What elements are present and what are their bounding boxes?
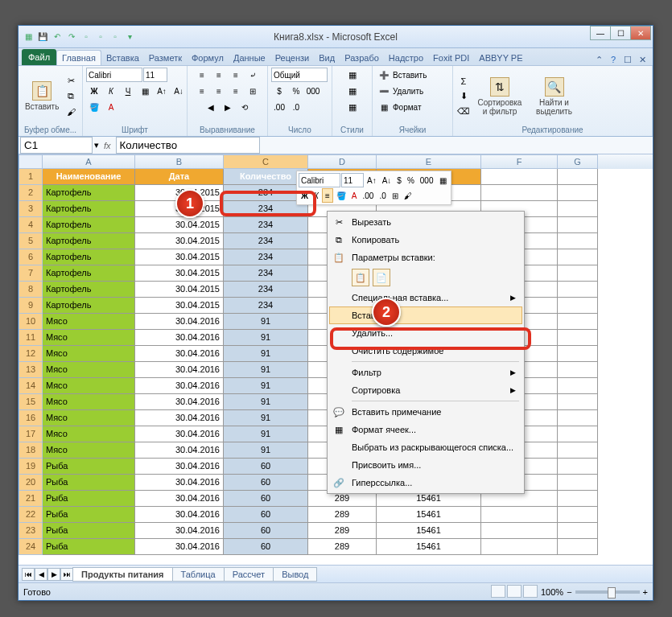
cut-icon[interactable]: ✂: [64, 74, 78, 88]
cell[interactable]: Мясо: [43, 426, 135, 442]
number-format-select[interactable]: [271, 68, 328, 82]
cell[interactable]: Картофель: [43, 233, 135, 249]
cell[interactable]: 30.04.2015: [135, 233, 224, 249]
cell[interactable]: [558, 394, 598, 410]
sheet-tab-4[interactable]: Вывод: [273, 567, 317, 582]
tab-nav-last-icon[interactable]: ⏭: [60, 568, 73, 581]
cell[interactable]: 30.04.2016: [135, 426, 224, 442]
cell[interactable]: Мясо: [43, 442, 135, 459]
tab-nav-next-icon[interactable]: ▶: [47, 568, 60, 581]
cell[interactable]: 234: [224, 249, 308, 265]
cell[interactable]: 30.04.2016: [135, 442, 224, 459]
tab-review[interactable]: Рецензи: [270, 51, 315, 65]
ctx-sort[interactable]: Сортировка▶: [329, 381, 522, 399]
cell[interactable]: 60: [224, 475, 308, 491]
minimize-ribbon-icon[interactable]: ⌃: [593, 54, 604, 65]
zoom-out-icon[interactable]: −: [567, 587, 571, 597]
row-header[interactable]: 22: [19, 507, 43, 523]
cell[interactable]: 30.04.2016: [135, 475, 224, 491]
select-all-corner[interactable]: [19, 154, 43, 169]
cell[interactable]: Рыба: [43, 523, 135, 539]
cell[interactable]: [558, 459, 598, 475]
delete-cells-icon[interactable]: ➖: [376, 84, 392, 98]
cell[interactable]: 30.04.2015: [135, 282, 224, 298]
tab-foxit[interactable]: Foxit PDI: [428, 51, 474, 65]
align-middle-icon[interactable]: ≡: [211, 68, 227, 82]
cell[interactable]: [558, 185, 598, 201]
ctx-copy[interactable]: ⧉Копировать: [329, 231, 522, 249]
cell[interactable]: 30.04.2016: [135, 507, 224, 523]
cell[interactable]: 30.04.2016: [135, 346, 224, 362]
row-header[interactable]: 5: [19, 233, 43, 249]
cell[interactable]: Картофель: [43, 185, 135, 201]
cell[interactable]: Рыба: [43, 507, 135, 523]
mini-currency-icon[interactable]: $: [394, 173, 404, 187]
mini-percent-icon[interactable]: %: [405, 173, 417, 187]
row-header[interactable]: 6: [19, 249, 43, 265]
col-header-e[interactable]: E: [377, 154, 481, 169]
mini-align-icon[interactable]: ≡: [322, 188, 333, 203]
cell[interactable]: [558, 346, 598, 362]
cell[interactable]: [558, 475, 598, 491]
close-workbook-icon[interactable]: ✕: [637, 54, 648, 65]
cell[interactable]: 30.04.2015: [135, 298, 224, 314]
fill-color-icon[interactable]: 🪣: [86, 100, 102, 114]
col-header-c[interactable]: C: [224, 154, 308, 169]
mini-border-icon[interactable]: ▦: [437, 173, 449, 187]
percent-icon[interactable]: %: [288, 84, 304, 98]
cell[interactable]: [558, 314, 598, 330]
tab-abbyy[interactable]: ABBYY PE: [474, 51, 527, 65]
mini-dec-decimal-icon[interactable]: .0: [377, 188, 388, 203]
ctx-define-name[interactable]: Присвоить имя...: [329, 456, 522, 474]
tab-nav-first-icon[interactable]: ⏮: [22, 568, 35, 581]
row-header[interactable]: 8: [19, 282, 43, 298]
maximize-button[interactable]: ☐: [610, 26, 631, 40]
ctx-cut[interactable]: ✂Вырезать: [329, 213, 522, 231]
mini-comma-icon[interactable]: 000: [418, 173, 436, 187]
tab-view[interactable]: Вид: [314, 51, 340, 65]
cell[interactable]: [481, 185, 558, 201]
paste-option-1-icon[interactable]: 📋: [352, 269, 369, 286]
col-header-f[interactable]: F: [481, 154, 558, 169]
cell[interactable]: 60: [224, 491, 308, 507]
find-select-button[interactable]: 🔍 Найти и выделить: [529, 76, 579, 117]
cell[interactable]: Мясо: [43, 314, 135, 330]
increase-font-icon[interactable]: A↑: [154, 84, 170, 98]
tab-dev[interactable]: Разрабо: [340, 51, 384, 65]
cell[interactable]: [558, 507, 598, 523]
table-header[interactable]: Дата: [135, 169, 224, 185]
font-color-icon[interactable]: A: [103, 100, 119, 114]
increase-decimal-icon[interactable]: .00: [271, 100, 287, 114]
merge-icon[interactable]: ⊞: [245, 84, 261, 98]
mini-font-name[interactable]: [299, 173, 340, 187]
ctx-insert[interactable]: Вставить...: [329, 306, 522, 324]
cell[interactable]: Картофель: [43, 249, 135, 265]
tab-layout[interactable]: Разметк: [144, 51, 187, 65]
cell[interactable]: [558, 330, 598, 346]
cell[interactable]: 60: [224, 507, 308, 523]
orientation-icon[interactable]: ⟲: [237, 100, 253, 114]
row-header[interactable]: 20: [19, 475, 43, 491]
align-center-icon[interactable]: ≡: [211, 84, 227, 98]
qat-icon[interactable]: ▫: [109, 31, 122, 43]
border-icon[interactable]: ▦: [137, 84, 153, 98]
align-left-icon[interactable]: ≡: [194, 84, 210, 98]
cell[interactable]: [481, 539, 558, 555]
row-header[interactable]: 18: [19, 442, 43, 459]
cell[interactable]: 15461: [377, 539, 481, 555]
cell[interactable]: [558, 378, 598, 394]
cell[interactable]: 60: [224, 539, 308, 555]
cell-styles-icon[interactable]: ▦: [344, 100, 361, 114]
cell[interactable]: [558, 426, 598, 442]
mini-shrink-font-icon[interactable]: A↓: [380, 173, 394, 187]
font-name-select[interactable]: [86, 68, 142, 82]
mini-merge-icon[interactable]: ⊞: [390, 188, 401, 203]
cell[interactable]: [558, 539, 598, 555]
mini-format-painter-icon[interactable]: 🖌: [402, 188, 414, 203]
cell[interactable]: Картофель: [43, 282, 135, 298]
mini-font-color-icon[interactable]: A: [349, 188, 360, 203]
sort-filter-button[interactable]: ⇅ Сортировка и фильтр: [472, 76, 527, 117]
sheet-tab-3[interactable]: Рассчет: [224, 567, 274, 582]
cell[interactable]: 91: [224, 330, 308, 346]
cell[interactable]: 60: [224, 459, 308, 475]
